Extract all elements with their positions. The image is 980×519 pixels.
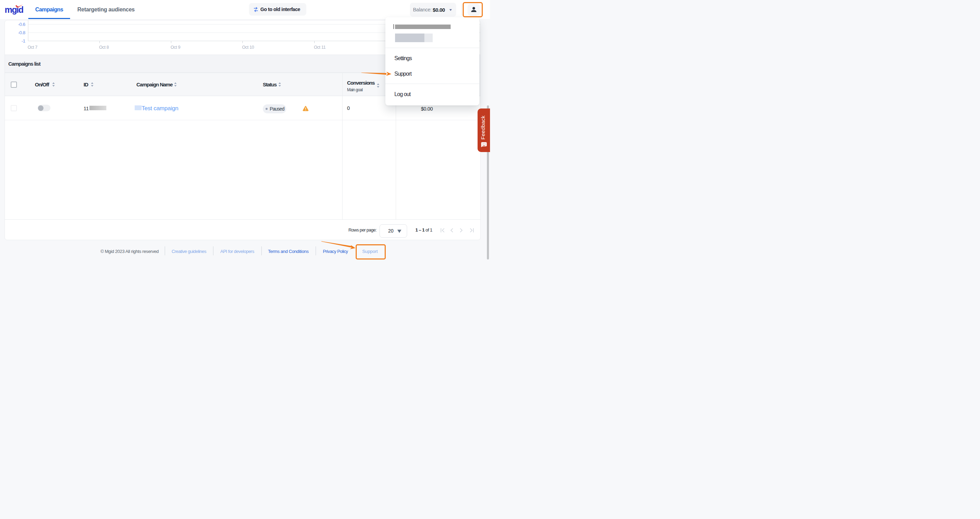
svg-text:-0.8: -0.8	[18, 30, 25, 35]
svg-text:Oct 7: Oct 7	[28, 45, 38, 50]
svg-text:Oct 11: Oct 11	[314, 45, 326, 50]
svg-text:Oct 9: Oct 9	[170, 45, 181, 50]
svg-text:Oct 8: Oct 8	[99, 45, 109, 50]
svg-text:Oct 10: Oct 10	[242, 45, 254, 50]
svg-text:-1: -1	[21, 38, 25, 43]
svg-text:-0.6: -0.6	[18, 22, 25, 27]
